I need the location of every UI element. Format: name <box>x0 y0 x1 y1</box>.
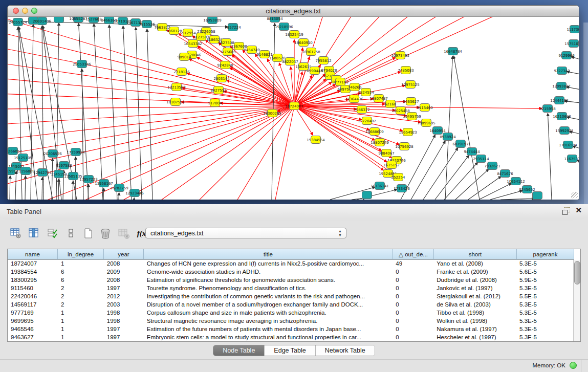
status-bar: Memory: OK <box>0 359 588 372</box>
tab-node-table[interactable]: Node Table <box>213 345 265 356</box>
show-columns-icon[interactable] <box>28 227 41 241</box>
graph-node-label: 10973493 <box>391 54 409 58</box>
graph-node-label: 24055724 <box>9 20 27 25</box>
table-cell: 0 <box>393 334 433 341</box>
row-selection-icon[interactable] <box>46 227 59 241</box>
graph-node-label: 19218596 <box>275 25 293 29</box>
table-cell: 1 <box>58 260 104 268</box>
edge <box>52 158 53 200</box>
table-cell: 2 <box>58 285 104 293</box>
graph-node-label: 17359924 <box>67 150 85 155</box>
column-header-short[interactable]: short <box>434 249 517 260</box>
graph-node-label: 17957223 <box>79 178 98 182</box>
table-cell: Genome-wide association studies in ADHD. <box>144 268 393 276</box>
column-header-out_de[interactable]: △ out_de... <box>393 249 434 260</box>
citation-edges-red <box>8 17 542 200</box>
table-row[interactable]: 977716911998Corpus callosum shape and si… <box>8 309 574 317</box>
edge <box>274 106 294 200</box>
column-header-title[interactable]: title <box>144 249 393 260</box>
create-column-icon[interactable] <box>82 227 95 241</box>
graph-node[interactable] <box>362 191 372 199</box>
float-panel-icon[interactable] <box>562 207 570 214</box>
graph-node-label: 16961758 <box>302 50 320 54</box>
graph-node-label: 7857224 <box>225 26 241 30</box>
table-selector-dropdown[interactable]: citations_edges.txt ▲▼ <box>145 228 346 238</box>
graph-node-label: 1167533 <box>564 157 579 161</box>
column-pair-icon[interactable] <box>64 227 78 241</box>
table-row[interactable]: 946362711997Embryonic stem cells: a mode… <box>8 334 574 341</box>
column-header-pagerank[interactable]: pagerank <box>517 249 574 260</box>
network-view-canvas[interactable]: 2405572420691406106552871527602846616010… <box>8 17 579 200</box>
table-cell: 6 <box>58 268 104 276</box>
graph-node-label: 18724007 <box>285 104 303 108</box>
column-header-year[interactable]: year <box>104 249 144 260</box>
graph-node-label: 16543382 <box>184 42 202 46</box>
network-window-titlebar[interactable]: citations_edges.txt <box>8 6 579 17</box>
edge <box>294 48 303 106</box>
edge <box>454 56 480 200</box>
edge <box>147 29 153 200</box>
table-cell: Wolkin et al. (1998) <box>433 317 516 325</box>
table-cell: 5.3E-5 <box>516 260 574 268</box>
delete-table-icon[interactable] <box>118 227 131 241</box>
table-mode-icon[interactable] <box>9 227 23 241</box>
table-panel-header: Table Panel ✕ <box>0 204 588 218</box>
table-cell: 0 <box>393 276 433 285</box>
table-row[interactable]: 1456911722003Disruption of a novel membe… <box>8 301 574 309</box>
table-cell: Embryonic stem cells: a model to study s… <box>144 334 393 341</box>
window-resize-grip[interactable] <box>571 192 578 199</box>
table-cell: 9465546 <box>8 325 58 334</box>
table-cell: 1997 <box>104 334 144 341</box>
edge <box>88 184 89 200</box>
table-cell: 5.3E-5 <box>516 309 574 317</box>
graph-node-label: 6879197 <box>452 142 468 146</box>
graph-node[interactable] <box>54 17 64 23</box>
table-cell: 0 <box>393 325 433 334</box>
table-cell: Jankovic et al. (1997) <box>433 285 516 293</box>
column-header-name[interactable]: name <box>8 249 58 260</box>
table-cell: Disruption of a novel member of a sodium… <box>144 301 393 309</box>
graph-node-label: 8938924 <box>440 135 456 139</box>
graph-node-label: 12942757 <box>33 171 52 175</box>
graph-node-label: 16210643 <box>553 115 571 119</box>
table-cell: Franke et al. (2009) <box>433 268 516 276</box>
edge <box>230 68 294 106</box>
table-cell: 0 <box>393 301 433 309</box>
graph-node-label: 11156869 <box>16 169 35 173</box>
table-row[interactable]: 969969511998Structural magnetic resonanc… <box>8 317 574 325</box>
table-panel-title: Table Panel <box>7 208 41 215</box>
table-scrollbar[interactable] <box>573 260 580 341</box>
network-desktop: citations_edges.txt 24055724206914061065… <box>0 0 588 204</box>
table-row[interactable]: 911546021997Tourette syndrome. Phenomeno… <box>8 285 574 293</box>
table-row[interactable]: 1830029562008Estimation of significance … <box>8 276 574 285</box>
graph-node-label: 2803144 <box>213 77 230 81</box>
close-panel-icon[interactable]: ✕ <box>575 206 582 214</box>
graph-node-label: 9777169 <box>332 80 348 84</box>
table-tabs-bar: Node TableEdge TableNetwork Table <box>0 345 588 356</box>
table-row[interactable]: 1938455462009Genome-wide association stu… <box>8 268 574 276</box>
edge <box>479 183 512 200</box>
table-cell: Yano et al. (2008) <box>433 260 516 268</box>
graph-node-label: 29053346 <box>73 62 91 67</box>
table-cell: 18724007 <box>8 260 58 268</box>
graph-node-label: 1117304 <box>567 28 579 32</box>
table-cell: 0 <box>393 317 433 325</box>
edge <box>136 27 142 200</box>
table-cell: 0 <box>393 309 433 317</box>
table-scrollbar-thumb[interactable] <box>574 261 580 285</box>
tab-network-table[interactable]: Network Table <box>316 345 375 356</box>
table-cell: 0 <box>393 293 433 301</box>
graph-node[interactable] <box>533 192 542 200</box>
table-row[interactable]: 1872400712008Changes of HCN gene express… <box>8 260 574 268</box>
graph-node-label: 21364436 <box>345 97 363 101</box>
graph-node-label: 10688609 <box>365 130 384 134</box>
table-row[interactable]: 2242004622012Investigating the contribut… <box>8 293 574 301</box>
tab-edge-table[interactable]: Edge Table <box>265 345 315 356</box>
edge <box>110 106 294 200</box>
table-row[interactable]: 946554611997Estimation of the future num… <box>8 325 574 334</box>
graph-node-label: 9884067 <box>378 151 394 156</box>
graph-node-label: 10899695 <box>417 121 435 125</box>
delete-column-icon[interactable] <box>99 227 113 241</box>
table-cell: 2003 <box>104 301 144 309</box>
column-header-in_degree[interactable]: in_degree <box>58 249 104 260</box>
